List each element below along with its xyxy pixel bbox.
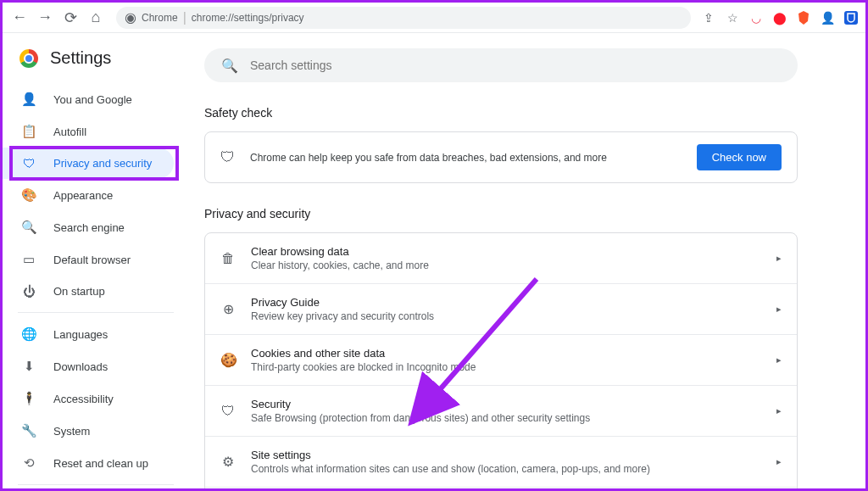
privacy-guide-row[interactable]: ⊕ Privacy Guide Review key privacy and s…: [205, 283, 797, 334]
settings-search[interactable]: 🔍: [204, 48, 798, 82]
sidebar-item-on-startup[interactable]: ⏻ On startup: [3, 276, 174, 307]
search-icon: 🔍: [21, 220, 36, 235]
sidebar-item-search-engine[interactable]: 🔍 Search engine: [3, 211, 174, 243]
sidebar-item-label: Default browser: [53, 254, 131, 266]
accessibility-icon: 🕴: [21, 391, 36, 406]
sidebar-item-appearance[interactable]: 🎨 Appearance: [3, 179, 174, 211]
url-prefix: Chrome: [142, 12, 178, 24]
globe-icon: 🌐: [21, 326, 36, 342]
cookie-icon: 🍪: [220, 352, 236, 368]
row-title: Security: [251, 398, 761, 410]
sidebar-item-label: Accessibility: [53, 393, 114, 405]
search-icon: 🔍: [221, 58, 238, 74]
sidebar-divider: [18, 312, 174, 313]
browser-icon: ▭: [21, 252, 36, 267]
sliders-icon: ⚙: [220, 454, 236, 470]
privacy-section-title: Privacy and security: [204, 207, 798, 220]
privacy-sandbox-row[interactable]: ⚗ Privacy Sandbox Trial features are on …: [205, 487, 797, 488]
bitwarden-icon[interactable]: [843, 10, 859, 25]
share-icon[interactable]: ⇪: [701, 10, 716, 25]
row-title: Privacy Guide: [251, 296, 761, 309]
sidebar-item-privacy-security[interactable]: 🛡 Privacy and security: [3, 148, 174, 179]
extension-area: ⇪ ☆ ◡ ⬤ 👤: [701, 10, 859, 25]
chevron-right-icon: ▸: [776, 354, 782, 365]
sidebar-item-label: Downloads: [53, 360, 108, 373]
row-subtitle: Clear history, cookies, cache, and more: [251, 259, 761, 271]
sidebar-item-you-and-google[interactable]: 👤 You and Google: [3, 83, 174, 115]
row-subtitle: Review key privacy and security controls: [251, 310, 761, 322]
wrench-icon: 🔧: [21, 423, 36, 438]
row-title: Clear browsing data: [251, 245, 761, 258]
pocket-icon[interactable]: ◡: [748, 10, 764, 25]
sidebar-item-label: Privacy and security: [53, 157, 152, 170]
search-input[interactable]: [250, 59, 781, 72]
safety-check-card: 🛡 Chrome can help keep you safe from dat…: [204, 131, 798, 183]
opera-icon[interactable]: ⬤: [772, 10, 787, 25]
sidebar-item-label: Search engine: [53, 221, 125, 234]
forward-button[interactable]: →: [35, 8, 55, 28]
shield-icon: 🛡: [21, 156, 36, 170]
person-icon: 👤: [21, 92, 36, 107]
chevron-right-icon: ▸: [776, 405, 782, 416]
sidebar-item-label: System: [53, 425, 90, 438]
chrome-icon: ◉: [125, 9, 136, 25]
sidebar-item-autofill[interactable]: 📋 Autofill: [3, 115, 174, 148]
chrome-logo-icon: [19, 49, 38, 68]
brave-icon[interactable]: [796, 10, 811, 25]
site-settings-row[interactable]: ⚙ Site settings Controls what informatio…: [205, 436, 797, 487]
privacy-card: 🗑 Clear browsing data Clear history, coo…: [204, 232, 798, 488]
row-title: Cookies and other site data: [251, 347, 761, 360]
row-subtitle: Controls what information sites can use …: [251, 463, 761, 475]
sidebar-item-label: Languages: [53, 328, 108, 341]
reset-icon: ⟲: [21, 455, 36, 471]
trash-icon: 🗑: [220, 251, 236, 266]
row-subtitle: Third-party cookies are blocked in Incog…: [251, 361, 761, 373]
clear-browsing-data-row[interactable]: 🗑 Clear browsing data Clear history, coo…: [205, 233, 797, 283]
sidebar-item-accessibility[interactable]: 🕴 Accessibility: [3, 382, 174, 415]
address-bar[interactable]: ◉ Chrome | chrome://settings/privacy: [116, 7, 691, 29]
safety-check-text: Chrome can help keep you safe from data …: [250, 152, 682, 164]
safety-check-title: Safety check: [204, 106, 798, 120]
check-now-button[interactable]: Check now: [697, 144, 782, 170]
sidebar-item-label: Autofill: [53, 126, 86, 138]
browser-toolbar: ← → ⟳ ⌂ ◉ Chrome | chrome://settings/pri…: [3, 3, 865, 33]
shield-icon: 🛡: [220, 404, 236, 419]
sidebar-item-label: On startup: [53, 285, 105, 298]
sidebar-item-default-browser[interactable]: ▭ Default browser: [3, 243, 174, 276]
home-button[interactable]: ⌂: [86, 8, 106, 28]
sidebar-item-reset[interactable]: ⟲ Reset and clean up: [3, 447, 174, 479]
main-panel: 🔍 Safety check 🛡 Chrome can help keep yo…: [189, 33, 865, 488]
clipboard-icon: 📋: [21, 124, 36, 139]
chevron-right-icon: ▸: [776, 304, 782, 315]
star-icon[interactable]: ☆: [725, 10, 740, 25]
sidebar-divider: [18, 484, 174, 485]
sidebar-item-label: Appearance: [53, 189, 113, 202]
user-icon[interactable]: 👤: [820, 10, 835, 25]
back-button[interactable]: ←: [9, 8, 30, 28]
page-title: Settings: [50, 48, 111, 68]
power-icon: ⏻: [21, 284, 36, 299]
security-row[interactable]: 🛡 Security Safe Browsing (protection fro…: [205, 385, 797, 436]
row-subtitle: Safe Browsing (protection from dangerous…: [251, 412, 761, 424]
sidebar-header: Settings: [3, 48, 189, 83]
sidebar-item-downloads[interactable]: ⬇ Downloads: [3, 350, 174, 382]
cookies-row[interactable]: 🍪 Cookies and other site data Third-part…: [205, 334, 797, 385]
sidebar: Settings 👤 You and Google 📋 Autofill 🛡 P…: [3, 33, 189, 488]
sidebar-item-label: You and Google: [53, 93, 132, 106]
sidebar-item-system[interactable]: 🔧 System: [3, 415, 174, 447]
url-text: chrome://settings/privacy: [192, 12, 304, 24]
row-title: Site settings: [251, 449, 761, 461]
sidebar-item-languages[interactable]: 🌐 Languages: [3, 318, 174, 350]
reload-button[interactable]: ⟳: [60, 8, 81, 28]
sidebar-item-label: Reset and clean up: [53, 457, 148, 470]
palette-icon: 🎨: [21, 187, 36, 203]
chevron-right-icon: ▸: [776, 456, 782, 467]
shield-icon: 🛡: [220, 149, 235, 166]
chevron-right-icon: ▸: [776, 253, 782, 264]
download-icon: ⬇: [21, 359, 36, 374]
target-icon: ⊕: [220, 301, 236, 317]
